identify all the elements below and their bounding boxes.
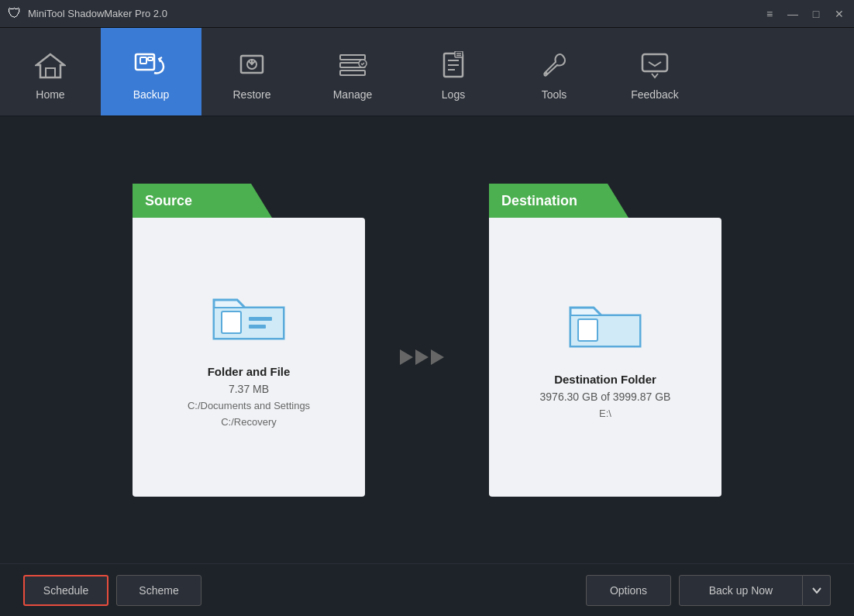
svg-rect-23	[578, 319, 597, 341]
bottom-bar: Schedule Scheme Options Back up Now	[0, 563, 854, 616]
source-header: Source	[133, 184, 272, 218]
menu-icon[interactable]: ≡	[763, 7, 777, 21]
source-folder-icon	[210, 284, 288, 349]
destination-space: 3976.30 GB of 3999.87 GB	[540, 391, 671, 403]
home-icon	[35, 51, 66, 84]
options-button[interactable]: Options	[586, 575, 671, 606]
backup-icon	[134, 51, 168, 84]
nav-item-backup[interactable]: Backup	[101, 28, 201, 115]
nav-label-logs: Logs	[442, 88, 465, 101]
svg-rect-19	[642, 54, 667, 71]
nav-item-home[interactable]: Home	[0, 28, 101, 115]
svg-rect-20	[222, 311, 241, 333]
source-card-container: Source Folder and File 7.37 MB C:/Docume…	[133, 184, 365, 497]
schedule-button[interactable]: Schedule	[23, 575, 108, 606]
nav-label-tools: Tools	[542, 88, 567, 101]
destination-drive: E:\	[599, 406, 611, 422]
nav-item-manage[interactable]: Manage	[302, 28, 403, 115]
nav-label-home: Home	[36, 88, 64, 101]
nav-label-backup: Backup	[133, 88, 170, 101]
nav-label-manage: Manage	[333, 88, 373, 101]
tools-icon	[539, 51, 570, 84]
destination-card-container: Destination Destination Folder 3976.30 G…	[489, 184, 721, 497]
title-bar: 🛡 MiniTool ShadowMaker Pro 2.0 ≡ — □ ✕	[0, 0, 854, 28]
source-header-label: Source	[145, 193, 192, 209]
nav-item-logs[interactable]: Logs	[403, 28, 504, 115]
manage-icon	[337, 51, 368, 84]
scheme-button[interactable]: Scheme	[116, 575, 201, 606]
window-controls: ≡ — □ ✕	[763, 7, 846, 21]
destination-header: Destination	[489, 184, 628, 218]
svg-rect-3	[148, 57, 153, 60]
app-title: MiniTool ShadowMaker Pro 2.0	[28, 8, 763, 19]
backup-dropdown-button[interactable]	[803, 575, 831, 606]
nav-bar: Home Backup Restore	[0, 28, 854, 117]
svg-rect-15	[455, 51, 463, 57]
destination-folder-icon	[566, 292, 644, 357]
svg-rect-0	[46, 68, 55, 77]
source-paths: C:/Documents and Settings C:/Recovery	[188, 398, 310, 431]
maximize-button[interactable]: □	[809, 7, 823, 21]
destination-card-body[interactable]: Destination Folder 3976.30 GB of 3999.87…	[489, 218, 721, 497]
backup-now-group: Back up Now	[679, 575, 831, 606]
restore-icon	[236, 51, 267, 84]
svg-rect-2	[140, 57, 146, 64]
arrow-divider	[396, 338, 458, 377]
destination-title: Destination Folder	[554, 373, 656, 386]
nav-label-restore: Restore	[232, 88, 270, 101]
logs-icon	[438, 51, 469, 84]
svg-point-18	[545, 72, 548, 75]
main-content: Source Folder and File 7.37 MB C:/Docume…	[0, 117, 854, 563]
source-size: 7.37 MB	[229, 383, 269, 395]
svg-rect-22	[249, 325, 266, 329]
destination-header-label: Destination	[501, 193, 577, 209]
svg-rect-21	[249, 317, 272, 321]
minimize-button[interactable]: —	[786, 7, 800, 21]
nav-item-tools[interactable]: Tools	[504, 28, 604, 115]
app-logo: 🛡	[8, 5, 22, 22]
source-title: Folder and File	[208, 365, 291, 378]
close-button[interactable]: ✕	[832, 7, 846, 21]
nav-item-restore[interactable]: Restore	[201, 28, 302, 115]
nav-item-feedback[interactable]: Feedback	[604, 28, 705, 115]
feedback-icon	[639, 51, 670, 84]
source-card-body[interactable]: Folder and File 7.37 MB C:/Documents and…	[133, 218, 365, 497]
nav-label-feedback: Feedback	[631, 88, 678, 101]
svg-rect-9	[340, 71, 365, 75]
backup-now-button[interactable]: Back up Now	[679, 575, 803, 606]
svg-rect-7	[340, 55, 365, 60]
